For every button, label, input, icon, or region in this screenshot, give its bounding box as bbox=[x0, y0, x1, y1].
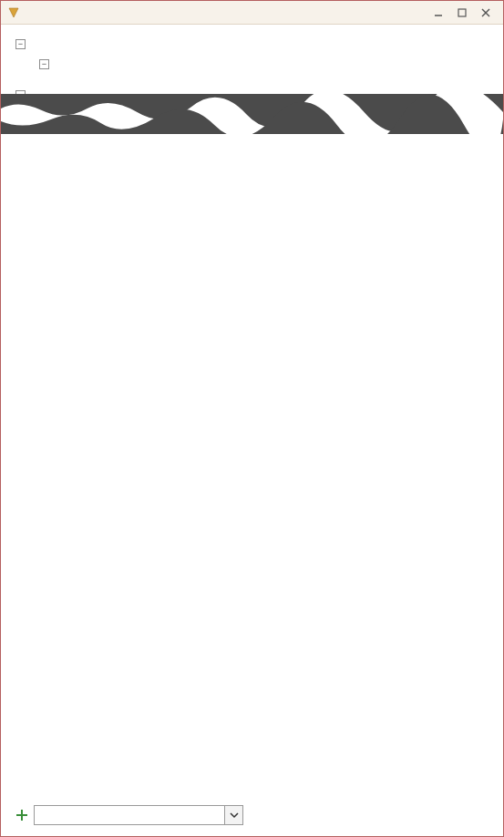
add-action-combo[interactable] bbox=[34, 805, 243, 825]
collapse-toggle[interactable]: − bbox=[15, 39, 26, 49]
add-action-bar bbox=[15, 805, 243, 825]
app-icon bbox=[6, 5, 21, 20]
maximize-button[interactable] bbox=[450, 5, 474, 21]
add-action-input[interactable] bbox=[35, 806, 224, 824]
plus-icon[interactable] bbox=[15, 809, 28, 822]
chevron-down-icon[interactable] bbox=[224, 806, 242, 824]
minimize-button[interactable] bbox=[427, 5, 450, 21]
close-button[interactable] bbox=[474, 5, 498, 21]
collapse-toggle[interactable]: − bbox=[15, 90, 26, 100]
macro-editor: − − − bbox=[1, 25, 503, 836]
page-tear bbox=[1, 94, 503, 134]
svg-rect-1 bbox=[458, 9, 466, 16]
collapse-toggle[interactable]: − bbox=[39, 59, 49, 69]
title-bar bbox=[1, 1, 503, 25]
